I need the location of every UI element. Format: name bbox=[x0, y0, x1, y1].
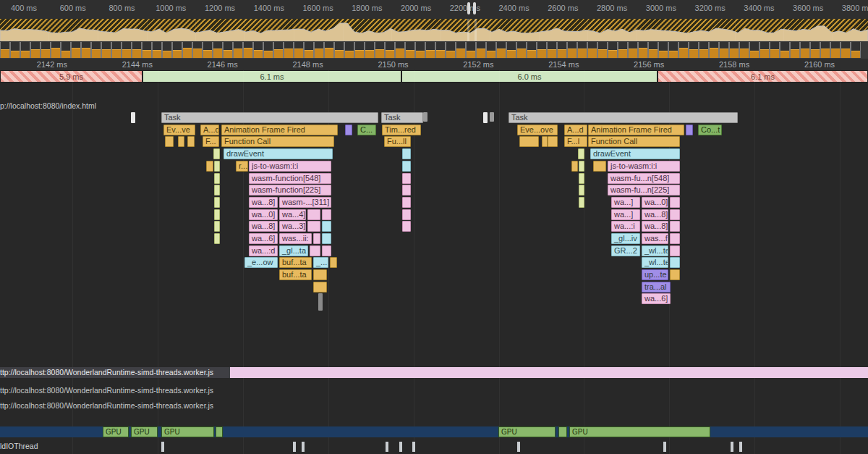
flame-bar[interactable]: up...te bbox=[642, 269, 668, 280]
screenshot-thumbnail[interactable] bbox=[790, 42, 800, 58]
flame-bar[interactable] bbox=[519, 136, 539, 147]
screenshot-thumbnail[interactable] bbox=[678, 42, 689, 58]
screenshot-thumbnail[interactable] bbox=[30, 42, 41, 58]
flame-bar[interactable] bbox=[313, 233, 320, 244]
flame-bar[interactable]: _wl...te bbox=[642, 245, 668, 256]
flame-bar[interactable]: wa...4] bbox=[279, 209, 306, 220]
screenshot-thumbnail[interactable] bbox=[71, 42, 81, 58]
screenshot-thumbnail[interactable] bbox=[760, 42, 770, 58]
flame-bar[interactable] bbox=[206, 161, 213, 172]
flame-bar[interactable]: C... bbox=[357, 125, 376, 135]
flame-bar[interactable]: Eve...ove bbox=[517, 125, 558, 135]
worker-track-label[interactable]: ttp://localhost:8080/WonderlandRuntime-s… bbox=[0, 385, 213, 396]
flame-bar[interactable] bbox=[402, 173, 411, 184]
screenshot-thumbnail[interactable] bbox=[597, 42, 608, 58]
flame-bar[interactable] bbox=[579, 173, 584, 184]
screenshot-thumbnail[interactable] bbox=[253, 42, 263, 58]
flame-bar[interactable]: Function Call bbox=[588, 136, 680, 147]
flame-bar[interactable] bbox=[187, 136, 195, 147]
screenshot-thumbnail[interactable] bbox=[709, 42, 719, 58]
screenshot-thumbnail[interactable] bbox=[446, 42, 456, 58]
flame-bar[interactable]: A...d bbox=[200, 125, 219, 135]
flame-bar[interactable] bbox=[214, 173, 220, 184]
flame-bar[interactable] bbox=[402, 209, 411, 220]
flame-bar[interactable] bbox=[548, 136, 558, 147]
screenshot-thumbnail[interactable] bbox=[162, 42, 172, 58]
flame-bar[interactable]: drawEvent bbox=[224, 148, 333, 159]
flame-bar[interactable] bbox=[402, 185, 411, 196]
flame-bar[interactable]: wa...0] bbox=[642, 197, 668, 208]
screenshot-thumbnail[interactable] bbox=[486, 42, 496, 58]
flame-bar[interactable]: wasm-function[548] bbox=[249, 173, 331, 184]
flame-bar[interactable] bbox=[593, 161, 606, 172]
screenshot-thumbnail[interactable] bbox=[0, 42, 10, 58]
io-thread-sample-tick[interactable] bbox=[399, 442, 402, 452]
screenshot-thumbnail[interactable] bbox=[638, 42, 648, 58]
flame-bar[interactable] bbox=[330, 257, 337, 268]
screenshot-thumbnail[interactable] bbox=[567, 42, 577, 58]
task-marker-tick[interactable] bbox=[131, 112, 135, 123]
screenshot-thumbnail[interactable] bbox=[415, 42, 425, 58]
io-thread-sample-tick[interactable] bbox=[386, 442, 388, 452]
screenshot-thumbnail[interactable] bbox=[689, 42, 699, 58]
gpu-activity-bar[interactable]: GPU bbox=[131, 426, 158, 437]
screenshot-thumbnail[interactable] bbox=[365, 42, 375, 58]
flame-bar[interactable]: wa...8] bbox=[249, 221, 278, 232]
frame-segment[interactable]: 6.0 ms bbox=[401, 70, 658, 83]
flame-bar[interactable] bbox=[322, 209, 331, 220]
selection-handle-right[interactable] bbox=[473, 2, 476, 14]
io-thread-sample-tick[interactable] bbox=[517, 442, 520, 452]
flame-bar[interactable]: wasm-fu...n[548] bbox=[608, 173, 680, 184]
screenshot-thumbnail[interactable] bbox=[233, 42, 243, 58]
flame-bar[interactable] bbox=[402, 221, 411, 232]
task-bar[interactable]: Task bbox=[381, 112, 423, 123]
screenshot-thumbnail[interactable] bbox=[122, 42, 132, 58]
screenshot-thumbnail[interactable] bbox=[344, 42, 354, 58]
cpu-overview-chart[interactable] bbox=[0, 19, 868, 41]
io-thread-sample-tick[interactable] bbox=[302, 442, 305, 452]
flame-bar[interactable] bbox=[322, 245, 331, 256]
gpu-activity-bar[interactable]: GPU bbox=[103, 426, 129, 437]
flame-bar[interactable]: wa...:i bbox=[611, 221, 640, 232]
flame-bar[interactable]: Fu...ll bbox=[384, 136, 411, 147]
screenshot-thumbnail[interactable] bbox=[213, 42, 223, 58]
flame-bar[interactable] bbox=[670, 197, 680, 208]
screenshot-thumbnail[interactable] bbox=[820, 42, 830, 58]
screenshot-thumbnail[interactable] bbox=[456, 42, 466, 58]
flame-bar[interactable] bbox=[307, 221, 320, 232]
screenshot-thumbnail[interactable] bbox=[425, 42, 435, 58]
screenshot-thumbnail[interactable] bbox=[577, 42, 587, 58]
screenshot-thumbnail[interactable] bbox=[557, 42, 567, 58]
flame-bar[interactable]: tra...al bbox=[642, 282, 671, 293]
screenshot-thumbnail[interactable] bbox=[658, 42, 668, 58]
screenshot-thumbnail[interactable] bbox=[537, 42, 547, 58]
flame-bar[interactable]: was...ii: bbox=[279, 233, 312, 244]
screenshot-thumbnail[interactable] bbox=[132, 42, 142, 58]
flame-bar[interactable] bbox=[214, 161, 220, 172]
screenshot-thumbnail[interactable] bbox=[780, 42, 790, 58]
screenshot-thumbnail[interactable] bbox=[719, 42, 729, 58]
io-thread-sample-tick[interactable] bbox=[161, 442, 164, 452]
flame-bar[interactable]: Ev...ve bbox=[163, 125, 195, 135]
screenshot-thumbnail[interactable] bbox=[506, 42, 516, 58]
screenshot-thumbnail[interactable] bbox=[354, 42, 365, 58]
flame-bar[interactable]: wa...:d bbox=[249, 245, 278, 256]
screenshot-thumbnail[interactable] bbox=[830, 42, 841, 58]
screenshot-thumbnail[interactable] bbox=[527, 42, 537, 58]
task-marker-tick[interactable] bbox=[423, 112, 427, 122]
screenshot-thumbnail[interactable] bbox=[20, 42, 30, 58]
screenshot-thumbnail[interactable] bbox=[314, 42, 324, 58]
screenshot-thumbnail[interactable] bbox=[749, 42, 760, 58]
flame-bar[interactable] bbox=[213, 148, 220, 159]
flame-bar[interactable] bbox=[214, 221, 220, 232]
flame-bar[interactable]: Tim...red bbox=[382, 125, 421, 135]
screenshot-thumbnail[interactable] bbox=[51, 42, 61, 58]
flame-bar[interactable]: F... bbox=[203, 136, 219, 147]
screenshot-thumbnail[interactable] bbox=[435, 42, 446, 58]
screenshot-thumbnail[interactable] bbox=[263, 42, 273, 58]
screenshot-thumbnail[interactable] bbox=[466, 42, 476, 58]
flame-bar[interactable]: buf...ta bbox=[279, 269, 312, 280]
flame-bar[interactable] bbox=[686, 125, 693, 135]
screenshot-thumbnail[interactable] bbox=[10, 42, 20, 58]
flame-bar[interactable] bbox=[670, 245, 680, 256]
